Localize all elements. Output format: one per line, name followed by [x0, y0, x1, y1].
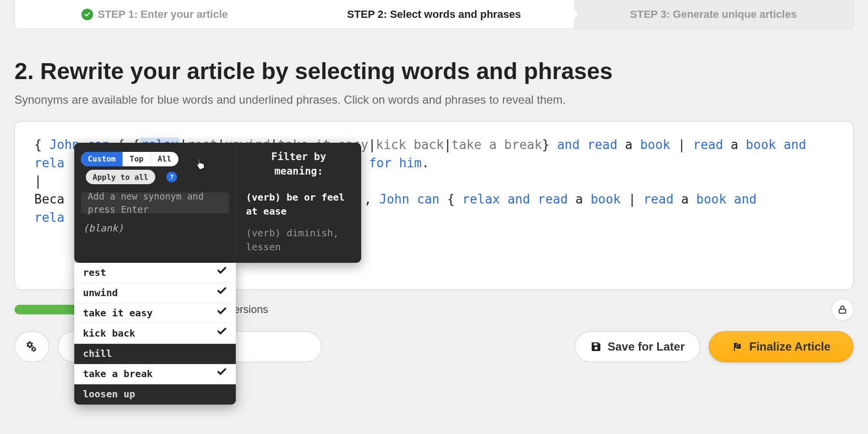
word-book-2[interactable]: book [746, 137, 776, 152]
synonym-take-it-easy[interactable]: take it easy [74, 303, 236, 324]
settings-button[interactable] [14, 331, 49, 362]
save-icon [590, 341, 602, 353]
meaning-ease[interactable]: (verb) be or feel at ease [245, 187, 353, 222]
synonym-label: take a break [83, 367, 153, 381]
stepper: STEP 1: Enter your article STEP 2: Selec… [14, 0, 854, 29]
synonym-popover: Custom Top All Apply to all ? Add a new … [74, 143, 361, 405]
word-read-4[interactable]: read [643, 192, 674, 206]
step-complete-icon [81, 9, 93, 20]
finalize-article-button[interactable]: Finalize Article [709, 331, 854, 362]
synonym-label: unwind [83, 286, 118, 300]
synonym-label: loosen up [83, 387, 135, 401]
syn-take-a-break[interactable]: take a break [451, 137, 542, 152]
word-and-2[interactable]: and [784, 137, 806, 152]
check-icon [217, 306, 227, 320]
synonym-rest[interactable]: rest [74, 263, 236, 283]
lock-icon [838, 305, 847, 314]
step-1-label: STEP 1: Enter your article [98, 8, 228, 21]
word-book-4[interactable]: book [696, 192, 727, 206]
article-editor[interactable]: { John can { {relax|rest|unwind|take it … [14, 121, 854, 290]
filter-by-meaning-title: Filter by meaning: [245, 149, 353, 179]
synonym-loosen-up[interactable]: loosen up [74, 384, 236, 405]
word-read[interactable]: read [587, 137, 618, 152]
scope-custom[interactable]: Custom [81, 152, 123, 166]
synonym-kick-back[interactable]: kick back [74, 324, 236, 344]
step-2[interactable]: STEP 2: Select words and phrases [294, 0, 573, 28]
cursor-pointer-icon [195, 157, 205, 176]
step-3-label: STEP 3: Generate unique articles [630, 8, 797, 21]
word-him[interactable]: him [399, 156, 422, 170]
page-body: 2. Rewrite your article by selecting wor… [0, 29, 868, 362]
synonym-label: rest [83, 266, 106, 280]
synonym-chill[interactable]: chill [74, 344, 236, 364]
synonym-take-a-break[interactable]: take a break [74, 364, 236, 384]
gears-icon [25, 339, 39, 354]
input-placeholder: Add a new synonym and press Enter [88, 190, 222, 217]
syn-kick-back[interactable]: kick back [376, 137, 444, 152]
synonym-label: chill [83, 347, 112, 361]
check-icon [217, 366, 227, 381]
synonym-scope-toggle: Custom Top All [81, 152, 178, 166]
svg-rect-0 [839, 309, 845, 313]
text-caret: | [34, 174, 42, 188]
scope-all[interactable]: All [151, 152, 178, 166]
synonym-unwind[interactable]: unwind [74, 283, 236, 303]
word-relax-cut[interactable]: rela [34, 156, 65, 170]
scope-top[interactable]: Top [123, 152, 151, 166]
word-and[interactable]: and [557, 137, 580, 152]
word-read-2[interactable]: read [693, 137, 723, 152]
flag-checkered-icon [732, 341, 744, 353]
word-book-3[interactable]: book [591, 192, 621, 206]
word-and-4[interactable]: and [734, 192, 757, 206]
save-label: Save for Later [608, 340, 685, 353]
save-for-later-button[interactable]: Save for Later [575, 331, 700, 362]
synonym-list: rest unwind take it easy kick back chill [74, 263, 236, 405]
apply-to-all-button[interactable]: Apply to all [86, 170, 155, 184]
step-2-label: STEP 2: Select words and phrases [347, 8, 521, 21]
word-for[interactable]: for [369, 156, 392, 170]
page-subtitle: Synonyms are available for blue words an… [14, 93, 854, 107]
check-icon [217, 326, 227, 340]
word-because-cut: Beca [34, 192, 65, 206]
add-synonym-input[interactable]: Add a new synonym and press Enter [81, 192, 229, 214]
word-relax-cut-2[interactable]: rela [34, 210, 65, 225]
check-icon [217, 265, 227, 280]
lock-button[interactable] [831, 298, 854, 321]
synonym-label: kick back [83, 326, 135, 340]
blank-option[interactable]: (blank) [81, 218, 229, 239]
word-read-3[interactable]: read [538, 192, 568, 206]
synonym-label: take it easy [83, 306, 153, 320]
step-1[interactable]: STEP 1: Enter your article [15, 0, 294, 28]
word-relax-2[interactable]: relax [462, 192, 500, 206]
word-book[interactable]: book [640, 137, 670, 152]
meaning-diminish[interactable]: (verb) diminish, lessen [245, 222, 353, 258]
step-3[interactable]: STEP 3: Generate unique articles [574, 0, 853, 28]
page-title: 2. Rewrite your article by selecting wor… [14, 58, 854, 84]
word-can-2[interactable]: can [417, 192, 440, 206]
finalize-label: Finalize Article [749, 340, 831, 353]
help-icon[interactable]: ? [166, 172, 177, 182]
check-icon [217, 285, 227, 300]
word-john-2[interactable]: John [379, 192, 409, 206]
word-and-3[interactable]: and [507, 192, 530, 206]
